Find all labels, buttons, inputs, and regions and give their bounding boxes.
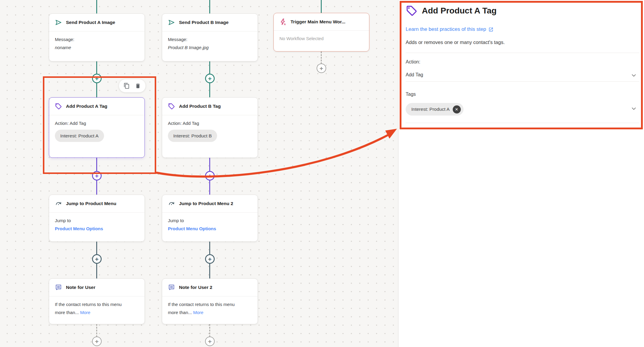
connector-line bbox=[321, 0, 322, 13]
svg-text:A: A bbox=[284, 22, 286, 25]
learn-best-practices-link[interactable]: Learn the best practices of this step bbox=[406, 26, 493, 32]
add-step-button[interactable]: + bbox=[317, 63, 326, 73]
tag-chip-label: Interest: Product A bbox=[411, 107, 450, 112]
add-step-button[interactable]: + bbox=[205, 254, 215, 264]
node-toolbar bbox=[119, 79, 146, 93]
message-label: Message: bbox=[168, 35, 252, 43]
node-title: Send Product A Image bbox=[66, 20, 115, 25]
connector-line bbox=[96, 0, 97, 14]
node-send-product-a-image[interactable]: Send Product A Image Message: noname bbox=[49, 13, 145, 61]
step-description: Adds or removes one or many contact's ta… bbox=[406, 40, 505, 45]
external-link-icon bbox=[488, 27, 493, 32]
tag-icon bbox=[55, 103, 62, 110]
node-title: Note for User bbox=[66, 285, 95, 290]
workflow-canvas[interactable]: + + + + + + + + + Send Product A Image M… bbox=[0, 0, 398, 347]
send-icon bbox=[168, 19, 175, 26]
divider bbox=[406, 81, 640, 82]
action-select-value[interactable]: Add Tag bbox=[406, 72, 423, 78]
no-workflow-text: No Workflow Selected bbox=[274, 31, 369, 48]
tag-icon bbox=[406, 5, 418, 17]
tag-chip[interactable]: Interest: Product A ✕ bbox=[406, 103, 464, 116]
send-icon bbox=[55, 19, 62, 26]
note-comment-icon bbox=[168, 284, 175, 291]
message-label: Message: bbox=[55, 35, 139, 43]
node-title: Send Product B Image bbox=[179, 20, 228, 25]
jump-to-label: Jump to bbox=[55, 216, 139, 225]
node-send-product-b-image[interactable]: Send Product B Image Message: Product B … bbox=[162, 13, 258, 61]
tag-chip: Interest: Product A bbox=[55, 130, 104, 142]
jump-target-link[interactable]: Product Menu Options bbox=[55, 225, 139, 233]
copy-icon[interactable] bbox=[124, 83, 130, 89]
tags-label: Tags bbox=[406, 92, 416, 97]
message-value: Product B Image.jpg bbox=[168, 43, 252, 51]
tag-icon bbox=[168, 103, 175, 110]
node-note-for-user-2[interactable]: Note for User 2 If the contact returns t… bbox=[162, 278, 258, 324]
note-comment-icon bbox=[55, 284, 62, 291]
divider bbox=[406, 53, 640, 53]
node-jump-to-product-menu-2[interactable]: Jump to Product Menu 2 Jump to Product M… bbox=[162, 195, 258, 242]
node-title: Note for User 2 bbox=[179, 285, 212, 290]
node-title: Trigger Main Menu Wor... bbox=[291, 19, 345, 25]
add-step-button[interactable]: + bbox=[205, 171, 215, 181]
jump-to-label: Jump to bbox=[168, 216, 252, 225]
more-link[interactable]: More bbox=[193, 310, 203, 315]
connector-line-dashed bbox=[96, 324, 97, 337]
jump-target-link[interactable]: Product Menu Options bbox=[168, 225, 252, 233]
add-step-button[interactable]: + bbox=[205, 337, 215, 346]
remove-tag-icon[interactable]: ✕ bbox=[453, 105, 461, 113]
node-title: Add Product B Tag bbox=[179, 104, 221, 109]
action-label: Action: bbox=[406, 59, 420, 65]
node-trigger-main-menu-workflow[interactable]: A Trigger Main Menu Wor... No Workflow S… bbox=[273, 13, 369, 51]
step-details-panel: Add Product A Tag Learn the best practic… bbox=[398, 0, 644, 347]
node-add-product-a-tag[interactable]: Add Product A Tag Action: Add Tag Intere… bbox=[49, 97, 145, 158]
divider bbox=[406, 123, 640, 123]
node-note-for-user[interactable]: Note for User If the contact returns to … bbox=[49, 278, 145, 324]
action-label: Action: Add Tag bbox=[55, 119, 139, 127]
node-title: Add Product A Tag bbox=[66, 104, 107, 109]
panel-title: Add Product A Tag bbox=[422, 6, 496, 16]
node-jump-to-product-menu[interactable]: Jump to Product Menu Jump to Product Men… bbox=[49, 195, 145, 242]
message-value: noname bbox=[55, 43, 139, 51]
chevron-down-icon[interactable] bbox=[631, 105, 637, 112]
more-link[interactable]: More bbox=[80, 310, 90, 315]
add-step-button[interactable]: + bbox=[92, 171, 102, 181]
node-title: Jump to Product Menu bbox=[66, 201, 116, 206]
action-label: Action: Add Tag bbox=[168, 119, 252, 127]
jump-arrow-icon bbox=[168, 200, 175, 207]
chevron-down-icon[interactable] bbox=[631, 72, 637, 79]
trigger-lightning-icon: A bbox=[279, 18, 287, 25]
trash-icon[interactable] bbox=[135, 83, 141, 89]
connector-line bbox=[209, 0, 210, 14]
add-step-button[interactable]: + bbox=[92, 254, 102, 264]
learn-link-label: Learn the best practices of this step bbox=[406, 26, 486, 32]
connector-line-dashed bbox=[209, 324, 210, 337]
connector-line-dashed bbox=[321, 51, 322, 64]
add-step-button[interactable]: + bbox=[92, 74, 102, 83]
tag-chip: Interest: Product B bbox=[168, 130, 217, 142]
add-step-button[interactable]: + bbox=[92, 337, 102, 346]
add-step-button[interactable]: + bbox=[205, 74, 215, 83]
node-title: Jump to Product Menu 2 bbox=[179, 201, 233, 206]
node-add-product-b-tag[interactable]: Add Product B Tag Action: Add Tag Intere… bbox=[162, 97, 258, 158]
jump-arrow-icon bbox=[55, 200, 62, 207]
